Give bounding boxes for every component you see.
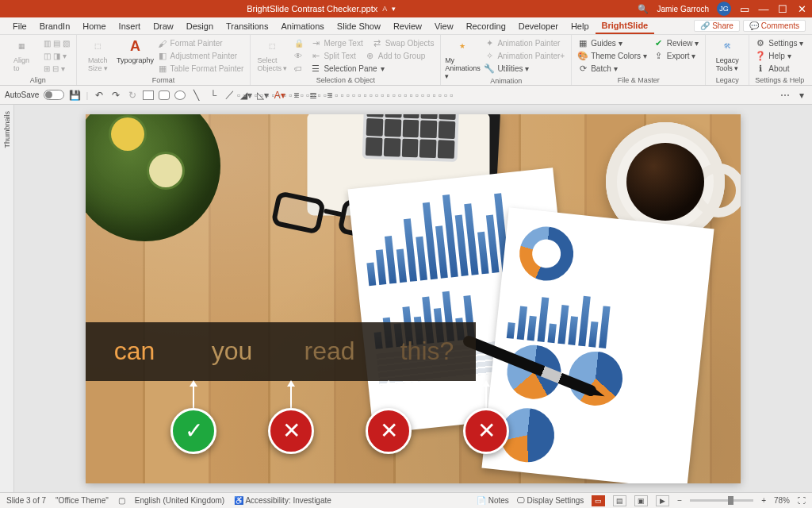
fit-to-window-icon[interactable]: ⛶ <box>798 496 806 505</box>
autosave-toggle[interactable] <box>44 90 64 100</box>
tab-draw[interactable]: Draw <box>147 19 180 33</box>
thumbnails-label[interactable]: Thumbnails <box>3 111 11 148</box>
quick-access-toolbar: AutoSave 💾 | ↶ ↷ ↻ ╲ └ ／ ◢▾ ◺▾ A▾ ≡ ≣ ≡ … <box>0 86 812 105</box>
slide[interactable]: can you read this? ✓ ✕ ✕ ✕ <box>86 114 741 483</box>
hide-icon-button[interactable]: 👁 <box>293 50 305 62</box>
shape-oval-icon[interactable] <box>174 90 186 100</box>
help-button[interactable]: ❓Help ▾ <box>754 50 805 62</box>
typography-button[interactable]: ATypography <box>119 37 152 64</box>
merge-text-button[interactable]: ⇥Merge Text <box>309 37 364 49</box>
select-icon: ⬚ <box>263 37 281 55</box>
tab-view[interactable]: View <box>428 19 460 33</box>
review-button[interactable]: ✔Review ▾ <box>653 37 701 49</box>
group-icon: ⊕ <box>366 52 375 61</box>
avatar[interactable]: JG <box>717 2 731 16</box>
tab-insert[interactable]: Insert <box>113 19 147 33</box>
shape-rounded-icon[interactable] <box>159 90 170 100</box>
normal-view-icon[interactable]: ▭ <box>592 495 605 506</box>
language-status[interactable]: English (United Kingdom) <box>135 496 224 505</box>
undo-icon[interactable]: ↶ <box>93 89 105 101</box>
guides-button[interactable]: ▦Guides ▾ <box>576 37 649 49</box>
ribbon-display-options-icon[interactable]: ▭ <box>739 3 750 15</box>
share-button[interactable]: 🔗 Share <box>694 20 739 32</box>
elbow-connector-icon[interactable]: └ <box>207 89 219 101</box>
add-to-group-button[interactable]: ⊕Add to Group <box>364 50 427 62</box>
line-icon[interactable]: ╲ <box>190 89 202 101</box>
thumbnails-pane-collapsed[interactable]: Thumbnails <box>0 105 14 492</box>
search-icon[interactable]: 🔍 <box>638 4 649 14</box>
x-mark-icon: ✕ <box>380 418 398 444</box>
repeat-icon[interactable]: ↻ <box>126 89 138 101</box>
tab-review[interactable]: Review <box>387 19 428 33</box>
align-row3-icons[interactable]: ⊞ ⊟ ▾ <box>42 63 71 75</box>
slideshow-view-icon[interactable]: ▶ <box>656 495 669 506</box>
about-button[interactable]: ℹAbout <box>754 63 805 75</box>
anim-brush-icon: ✦ <box>485 39 494 48</box>
notes-button[interactable]: 📄 Notes <box>477 496 509 505</box>
reading-view-icon[interactable]: ▣ <box>634 495 648 506</box>
select-objects-button[interactable]: ⬚Select Objects ▾ <box>255 37 289 72</box>
redo-icon[interactable]: ↷ <box>109 89 121 101</box>
lock-icon-button[interactable]: 🔒 <box>293 37 305 49</box>
minimize-icon[interactable]: — <box>758 3 769 15</box>
export-button[interactable]: ⇪Export ▾ <box>653 50 701 62</box>
tag-icon-button[interactable]: 🏷 <box>293 63 305 75</box>
maximize-icon[interactable]: ☐ <box>777 3 788 15</box>
tab-home[interactable]: Home <box>76 19 112 33</box>
zoom-slider[interactable] <box>690 499 753 502</box>
title-dropdown-icon[interactable]: ▾ <box>392 5 396 13</box>
group-selection-object: ⬚Select Objects ▾ 🔒 👁 🏷 ⇥Merge Text ⇄Swa… <box>251 35 441 85</box>
format-painter-button[interactable]: 🖌Format Painter <box>156 37 246 49</box>
tab-brandin[interactable]: BrandIn <box>33 19 77 33</box>
tab-brightslide[interactable]: BrightSlide <box>596 18 655 34</box>
qat-overflow-icon[interactable]: ⋯ <box>779 89 791 101</box>
save-icon[interactable]: 💾 <box>69 89 81 101</box>
qat-dropdown-icon[interactable]: ▾ <box>795 89 807 101</box>
tab-animations[interactable]: Animations <box>274 19 330 33</box>
theme-colors-button[interactable]: 🎨Theme Colors ▾ <box>576 50 649 62</box>
animation-painter-plus-button[interactable]: ✧Animation Painter+ <box>483 50 566 62</box>
tab-design[interactable]: Design <box>180 19 220 33</box>
zoom-out-icon[interactable]: − <box>677 496 682 505</box>
my-animations-button[interactable]: ★My Animations ▾ <box>446 37 479 80</box>
tab-file[interactable]: File <box>6 19 33 33</box>
match-size-button[interactable]: ⬚Match Size ▾ <box>82 37 115 72</box>
align-to-button[interactable]: ▦ Align to <box>5 37 38 72</box>
sorter-view-icon[interactable]: ▤ <box>613 495 626 506</box>
animation-painter-button[interactable]: ✦Animation Painter <box>483 37 566 49</box>
tab-developer[interactable]: Developer <box>512 19 565 33</box>
zoom-in-icon[interactable]: + <box>761 496 766 505</box>
accessibility-status[interactable]: ♿ Accessibility: Investigate <box>234 496 331 505</box>
settings-button[interactable]: ⚙Settings ▾ <box>754 37 805 49</box>
badge-fail-1: ✕ <box>268 408 314 454</box>
adjustment-painter-button[interactable]: ◧Adjustment Painter <box>156 50 246 62</box>
arrow-1 <box>193 386 194 408</box>
spellcheck-icon[interactable]: ▢ <box>118 496 125 505</box>
group-selection-label: Selection & Object <box>255 76 435 84</box>
comments-button[interactable]: 💬 Comments <box>743 20 806 32</box>
display-settings-button[interactable]: 🖵 Display Settings <box>517 496 584 505</box>
align-row1-icons[interactable]: ▥ ▤ ▧ <box>42 37 71 49</box>
batch-button[interactable]: ⟳Batch ▾ <box>576 63 649 75</box>
shape-rectangle-icon[interactable] <box>143 90 154 100</box>
animation-utilities-button[interactable]: 🔧Utilities ▾ <box>483 63 566 75</box>
close-icon[interactable]: ✕ <box>796 3 807 15</box>
align-icon: ▦ <box>13 37 30 55</box>
slide-stage[interactable]: can you read this? ✓ ✕ ✕ ✕ <box>14 105 812 492</box>
tab-slideshow[interactable]: Slide Show <box>331 19 387 33</box>
user-name[interactable]: Jamie Garroch <box>657 5 709 13</box>
adjust-icon: ◧ <box>158 52 167 61</box>
slide-counter[interactable]: Slide 3 of 7 <box>6 496 46 505</box>
swap-objects-button[interactable]: ⇄Swap Objects <box>371 37 436 49</box>
tab-recording[interactable]: Recording <box>460 19 512 33</box>
legacy-tools-button[interactable]: 🛠Legacy Tools ▾ <box>710 37 744 72</box>
align-row2-icons[interactable]: ◫ ◨ ▾ <box>42 50 71 62</box>
table-format-painter-button[interactable]: ▦Table Format Painter <box>156 63 246 75</box>
tab-transitions[interactable]: Transitions <box>220 19 274 33</box>
selection-pane-button[interactable]: ☰Selection Pane ▾ <box>309 63 435 75</box>
freeform-icon[interactable]: ／ <box>224 89 236 101</box>
split-text-button[interactable]: ⇤Split Text <box>309 50 357 62</box>
tab-help[interactable]: Help <box>565 19 596 33</box>
qat-more-icons[interactable]: ▫▫▫▫▫▫▫▫▫▫▫▫▫▫▫▫▫▫▫▫▫▫▫▫▫▫▫▫▫▫▫▫▫▫▫▫▫▫ <box>340 89 352 101</box>
zoom-level[interactable]: 78% <box>774 496 790 505</box>
